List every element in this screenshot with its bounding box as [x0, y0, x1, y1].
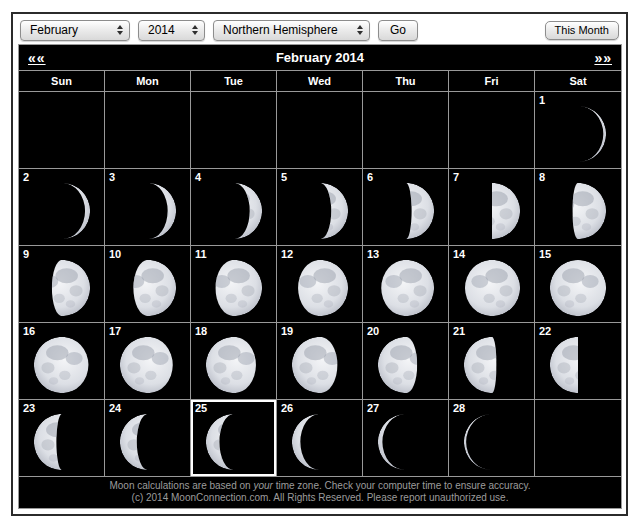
moon-phase-icon — [32, 258, 92, 318]
moon-phase-icon — [376, 335, 436, 395]
moon-phase-icon — [548, 181, 608, 241]
calendar-title: February 2014 — [19, 50, 621, 65]
moon-image-wrap — [191, 256, 276, 319]
moon-image-wrap — [363, 179, 448, 242]
month-select-value: February — [30, 23, 78, 37]
day-number: 4 — [195, 171, 201, 183]
day-number: 2 — [23, 171, 29, 183]
day-number: 21 — [453, 325, 465, 337]
day-number: 14 — [453, 248, 465, 260]
day-number: 28 — [453, 402, 465, 414]
moon-phase-icon — [548, 104, 608, 164]
moon-phase-icon — [204, 258, 264, 318]
stepper-icon — [192, 25, 198, 35]
moon-phase-icon — [32, 335, 92, 395]
year-select[interactable]: 2014 — [138, 20, 205, 41]
day-cell-17: 17 — [105, 323, 191, 400]
day-number: 27 — [367, 402, 379, 414]
day-number: 16 — [23, 325, 35, 337]
day-number: 1 — [539, 94, 545, 106]
stepper-icon — [357, 25, 363, 35]
calendar-footer: Moon calculations are based on your time… — [19, 477, 621, 508]
moon-phase-icon — [118, 181, 178, 241]
day-number: 25 — [195, 402, 207, 414]
day-cell-16: 16 — [19, 323, 105, 400]
moon-phase-icon — [548, 335, 608, 395]
day-number: 19 — [281, 325, 293, 337]
day-cell-15: 15 — [535, 246, 621, 323]
moon-image-wrap — [105, 179, 190, 242]
day-cell-20: 20 — [363, 323, 449, 400]
day-headers-row: SunMonTueWedThuFriSat — [19, 71, 621, 92]
day-number: 12 — [281, 248, 293, 260]
hemisphere-select[interactable]: Northern Hemisphere — [213, 20, 370, 41]
day-cell-10: 10 — [105, 246, 191, 323]
moon-phase-icon — [290, 258, 350, 318]
day-header-tue: Tue — [191, 71, 277, 92]
day-header-sat: Sat — [535, 71, 621, 92]
day-header-fri: Fri — [449, 71, 535, 92]
moon-phase-icon — [290, 412, 350, 472]
empty-day-cell — [449, 92, 535, 169]
moon-image-wrap — [277, 256, 362, 319]
go-button[interactable]: Go — [378, 20, 418, 41]
empty-day-cell — [19, 92, 105, 169]
moon-phase-icon — [376, 181, 436, 241]
empty-day-cell — [105, 92, 191, 169]
moon-image-wrap — [105, 333, 190, 396]
day-number: 3 — [109, 171, 115, 183]
day-number: 20 — [367, 325, 379, 337]
moon-phase-icon — [462, 412, 522, 472]
moon-image-wrap — [19, 410, 104, 473]
this-month-button[interactable]: This Month — [545, 21, 619, 40]
day-cell-23: 23 — [19, 400, 105, 477]
prev-month-link[interactable]: «« — [28, 50, 46, 66]
moon-image-wrap — [277, 333, 362, 396]
empty-day-cell — [191, 92, 277, 169]
empty-day-cell — [535, 400, 621, 477]
toolbar: February 2014 Northern Hemisphere Go Thi… — [20, 18, 619, 42]
day-number: 6 — [367, 171, 373, 183]
moon-phase-icon — [290, 181, 350, 241]
day-cell-18: 18 — [191, 323, 277, 400]
day-header-thu: Thu — [363, 71, 449, 92]
moon-image-wrap — [105, 256, 190, 319]
day-cell-25: 25 — [191, 400, 277, 477]
moon-image-wrap — [19, 333, 104, 396]
moon-calendar-widget: February 2014 Northern Hemisphere Go Thi… — [11, 12, 628, 516]
moon-image-wrap — [105, 410, 190, 473]
moon-image-wrap — [535, 179, 621, 242]
day-cell-4: 4 — [191, 169, 277, 246]
day-cell-8: 8 — [535, 169, 621, 246]
moon-image-wrap — [535, 333, 621, 396]
day-cell-12: 12 — [277, 246, 363, 323]
day-cell-5: 5 — [277, 169, 363, 246]
day-cell-1: 1 — [535, 92, 621, 169]
moon-image-wrap — [363, 410, 448, 473]
moon-image-wrap — [449, 410, 534, 473]
day-cell-21: 21 — [449, 323, 535, 400]
next-month-link[interactable]: »» — [594, 50, 612, 66]
day-number: 10 — [109, 248, 121, 260]
moon-phase-icon — [548, 258, 608, 318]
moon-phase-icon — [32, 412, 92, 472]
day-number: 7 — [453, 171, 459, 183]
day-number: 9 — [23, 248, 29, 260]
year-select-value: 2014 — [148, 23, 175, 37]
moon-image-wrap — [19, 256, 104, 319]
moon-phase-icon — [204, 181, 264, 241]
day-number: 11 — [195, 248, 207, 260]
moon-image-wrap — [535, 102, 621, 165]
moon-image-wrap — [449, 333, 534, 396]
day-cell-2: 2 — [19, 169, 105, 246]
day-cell-22: 22 — [535, 323, 621, 400]
day-cell-3: 3 — [105, 169, 191, 246]
day-number: 26 — [281, 402, 293, 414]
day-cell-24: 24 — [105, 400, 191, 477]
month-select[interactable]: February — [20, 20, 130, 41]
moon-phase-icon — [32, 181, 92, 241]
moon-phase-icon — [462, 181, 522, 241]
moon-phase-icon — [204, 335, 264, 395]
day-number: 17 — [109, 325, 121, 337]
moon-phase-icon — [118, 412, 178, 472]
